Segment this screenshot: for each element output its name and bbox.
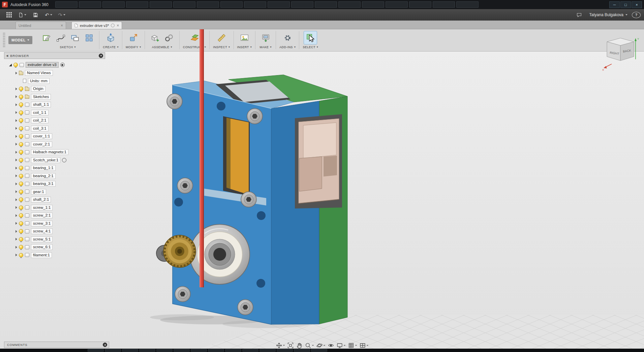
undo-button[interactable]: ↶ [43,10,54,19]
expand-arrow-icon[interactable] [16,143,17,146]
visibility-bulb-icon[interactable] [19,126,23,131]
visibility-bulb-icon[interactable] [19,253,23,257]
zoom-button[interactable] [305,342,314,349]
tool-rectangle-icon[interactable] [68,31,82,44]
transform-button[interactable] [276,342,285,349]
taskbar-window-segment[interactable] [191,349,207,352]
visibility-bulb-icon[interactable] [19,134,23,138]
tool-addins-icon[interactable] [281,31,294,44]
expand-arrow-icon[interactable] [16,183,17,185]
expand-arrow-icon[interactable] [16,246,17,249]
grid-snaps-button[interactable] [348,342,357,349]
taskbar-window-segment[interactable] [197,1,219,8]
tool-joint-icon[interactable] [162,31,176,44]
taskbar-window-segment[interactable] [55,1,78,8]
file-menu-button[interactable] [17,10,28,19]
redo-button[interactable]: ↷ [56,10,67,19]
taskbar-window-segment[interactable] [126,1,148,8]
visibility-bulb-icon[interactable] [19,197,23,202]
taskbar-window-segment[interactable] [242,349,258,352]
look-at-button[interactable] [328,342,334,349]
taskbar-window-segment[interactable] [150,1,172,8]
taskbar-window-segment[interactable] [208,349,224,352]
visibility-bulb-icon[interactable] [19,182,23,186]
taskbar-window-segment[interactable] [173,1,195,8]
expand-arrow-icon[interactable] [16,238,17,241]
browser-item-units-mm[interactable]: Units: mm [4,77,105,85]
visibility-bulb-icon[interactable] [19,142,23,147]
tool-measure-icon[interactable] [215,31,228,44]
tool-new-component-icon[interactable] [148,31,162,44]
taskbar-window-segment[interactable] [79,1,101,8]
fit-view-button[interactable] [287,342,294,349]
browser-item-cover-1-1[interactable]: cover_1:1 [4,132,105,140]
expand-arrow-icon[interactable] [16,190,17,193]
taskbar-window-segment[interactable] [362,1,384,8]
workspace-selector[interactable]: MODEL [8,36,32,44]
panel-display-toggle-icon[interactable] [103,343,107,347]
expand-arrow-icon[interactable] [16,72,17,74]
tool-spline-icon[interactable] [54,31,67,44]
visibility-bulb-icon[interactable] [13,63,18,67]
taskbar-window-segment[interactable] [386,1,408,8]
browser-item-coil-3-1[interactable]: coil_3:1 [4,125,105,133]
expand-arrow-icon[interactable] [16,198,17,201]
comments-toggle-button[interactable] [574,10,585,19]
browser-item-screw-5-1[interactable]: screw_5:1 [4,235,105,244]
tool-pattern-icon[interactable] [82,31,96,44]
expand-arrow-icon[interactable] [16,127,17,130]
visibility-bulb-icon[interactable] [19,166,23,170]
taskbar-window-segment[interactable] [338,1,361,8]
visibility-bulb-icon[interactable] [19,158,23,162]
browser-item-sketches[interactable]: Sketches [4,93,105,101]
visibility-bulb-icon[interactable] [19,213,23,218]
browser-header[interactable]: ◀ BROWSER [4,52,105,59]
expand-arrow-icon[interactable] [16,135,17,138]
browser-item-shaft-1-1[interactable]: shaft_1:1 [4,101,105,109]
taskbar-window-segment[interactable] [409,1,431,8]
taskbar-window-segment[interactable] [88,349,104,352]
expand-arrow-icon[interactable] [16,88,17,90]
taskbar-window-segment[interactable] [268,1,290,8]
expand-arrow-icon[interactable] [16,111,17,114]
activate-component-radio[interactable] [60,63,65,67]
close-icon[interactable]: × [632,1,642,8]
apps-grid-icon[interactable] [3,10,15,19]
taskbar-window-segment[interactable] [277,349,293,352]
visibility-bulb-icon[interactable] [19,245,23,249]
browser-item-screw-6-1[interactable]: screw_6:1 [4,243,105,251]
expand-arrow-icon[interactable] [16,103,17,106]
visibility-bulb-icon[interactable] [19,118,23,123]
visibility-bulb-icon[interactable] [19,190,23,194]
taskbar-window-segment[interactable] [156,349,173,352]
expand-arrow-icon[interactable] [16,95,17,98]
taskbar-window-segment[interactable] [122,349,138,352]
visibility-bulb-icon[interactable] [19,150,23,154]
activate-component-radio[interactable] [62,158,66,162]
browser-item-bearing-2-1[interactable]: bearing_2:1 [4,172,105,180]
expand-arrow-icon[interactable] [16,159,17,161]
collapse-panel-icon[interactable]: ◀ [6,54,8,57]
toolbar-grip-handle[interactable] [3,32,5,48]
visibility-bulb-icon[interactable] [19,87,23,91]
visibility-bulb-icon[interactable] [19,110,23,115]
tool-extrude-icon[interactable] [104,31,118,44]
taskbar-window-segment[interactable] [291,1,313,8]
expand-arrow-icon[interactable] [16,222,17,225]
visibility-bulb-icon[interactable] [19,95,23,99]
user-account-menu[interactable]: Tatyana Bulgakova [587,12,630,17]
browser-item-cover-2-1[interactable]: cover_2:1 [4,140,105,149]
browser-item-screw-3-1[interactable]: screw_3:1 [4,220,105,228]
visibility-bulb-icon[interactable] [19,221,23,226]
taskbar-window-segment[interactable] [102,1,125,8]
taskbar-window-segment[interactable] [456,1,479,8]
visibility-bulb-icon[interactable] [19,237,23,242]
tool-make-icon[interactable] [259,31,272,44]
taskbar-window-segment[interactable] [433,1,455,8]
browser-item-named-views[interactable]: Named Views [4,69,105,77]
taskbar-window-segment[interactable] [311,349,327,352]
visibility-bulb-icon[interactable] [19,102,23,107]
taskbar-window-segment[interactable] [294,349,310,352]
browser-item-coil-2-1[interactable]: coil_2:1 [4,117,105,125]
minimize-icon[interactable]: ─ [609,1,620,8]
